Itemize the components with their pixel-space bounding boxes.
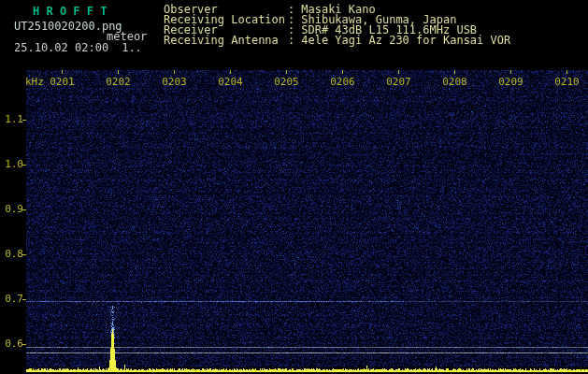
x-tick-label: 0206 xyxy=(330,77,355,87)
spectrogram-canvas xyxy=(0,0,588,374)
x-tick-label: 0205 xyxy=(274,77,299,87)
x-tick-label: 0207 xyxy=(386,77,411,87)
observation-info: Observer:Masaki Kano Receiving Location:… xyxy=(164,5,510,46)
y-tick-label: 1.0 xyxy=(4,159,23,169)
x-tick-label: 0210 xyxy=(554,77,580,87)
y-tick-label: 0.9 xyxy=(4,204,23,214)
x-tick-label: 0203 xyxy=(162,77,187,87)
hrofft-output: H R O F F T UT2510020200.png meteor 25.1… xyxy=(0,0,588,374)
datetime-text: 25.10.02 02:00 xyxy=(14,41,108,54)
x-tick-label: 0208 xyxy=(442,77,467,87)
info-value: 4ele Yagi Az 230 for Kansai VOR xyxy=(301,34,510,47)
app-title: H R O F F T xyxy=(33,6,107,17)
x-tick-label: 0201 xyxy=(50,77,75,87)
x-tick-label: 0209 xyxy=(498,77,523,87)
x-tick-label: 0204 xyxy=(218,77,243,87)
datetime: 25.10.02 02:001.. xyxy=(14,42,142,53)
datetime-suffix: 1.. xyxy=(122,41,142,54)
info-separator: : xyxy=(288,34,294,47)
y-tick-label: 0.7 xyxy=(4,294,23,304)
y-tick-label: 0.8 xyxy=(4,249,23,259)
x-tick-label: 0202 xyxy=(106,77,131,87)
info-row-antenna: Receiving Antenna:4ele Yagi Az 230 for K… xyxy=(164,36,510,46)
y-axis-unit-label: kHz xyxy=(25,77,44,87)
y-tick-label: 0.6 xyxy=(4,338,23,349)
y-tick-label: 1.1 xyxy=(4,114,23,124)
info-label: Receiving Antenna xyxy=(164,36,288,46)
